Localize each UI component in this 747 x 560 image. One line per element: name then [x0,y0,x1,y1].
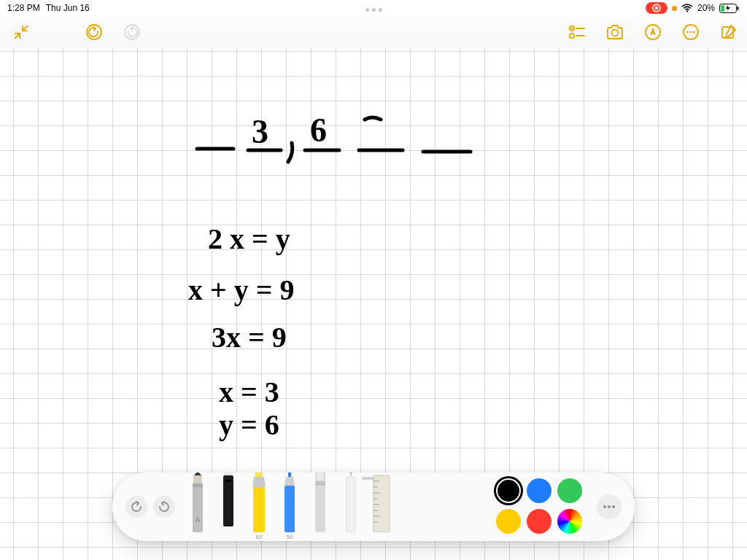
markup-button[interactable] [643,23,662,42]
svg-rect-29 [225,480,231,482]
svg-rect-4 [738,7,739,10]
svg-rect-24 [193,475,202,483]
tool-label: 50 [287,534,293,541]
color-red[interactable] [527,509,551,534]
tool-highlighter[interactable]: 82 [247,472,271,541]
drawing-palette[interactable]: A 82 [112,472,635,541]
tool-eraser[interactable] [308,472,333,541]
hw-eq3: 3x = 9 [212,321,287,354]
svg-point-10 [570,34,575,39]
redo-button[interactable] [123,23,142,42]
hw-eq5: y = 6 [219,408,279,441]
svg-point-16 [690,31,692,34]
svg-rect-36 [374,475,390,532]
hw-digit-6: 6 [310,112,327,149]
svg-point-12 [612,30,619,36]
checklist-button[interactable] [568,23,587,42]
svg-point-1 [655,7,658,9]
wifi-icon [681,4,693,12]
hw-digit-3: 3 [252,113,268,150]
status-date: Thu Jun 16 [46,3,90,13]
status-time: 1:28 PM [7,3,40,13]
svg-rect-25 [193,483,203,532]
svg-rect-5 [721,5,724,12]
svg-rect-35 [347,477,355,532]
svg-rect-26 [193,484,203,487]
palette-undo-button[interactable] [125,496,147,518]
svg-point-2 [686,10,688,12]
color-blue[interactable] [527,478,551,503]
tool-ruler[interactable] [369,472,394,541]
tool-pen[interactable] [216,472,241,541]
svg-rect-28 [223,475,233,526]
status-bar: 1:28 PM Thu Jun 16 20% [0,0,747,16]
battery-icon [719,4,740,13]
svg-rect-33 [315,481,325,532]
tool-label: 82 [256,534,263,541]
screen-record-pill[interactable] [646,2,667,14]
hw-eq4: x = 3 [219,376,279,408]
more-button[interactable] [681,23,700,42]
svg-point-47 [612,505,615,508]
palette-redo-button[interactable] [153,496,175,518]
svg-point-45 [603,505,606,508]
color-yellow[interactable] [496,509,521,534]
undo-button[interactable] [85,23,104,42]
color-picker[interactable] [557,509,582,534]
compose-button[interactable] [719,23,738,42]
color-green[interactable] [557,478,582,503]
tool-pencil[interactable]: A [185,472,210,541]
tool-lasso[interactable] [338,472,363,541]
svg-rect-31 [253,487,265,532]
svg-rect-30 [255,472,263,477]
color-grid [496,478,584,535]
svg-point-17 [693,31,695,34]
color-black[interactable] [496,478,521,503]
tool-marker[interactable]: 50 [277,472,302,541]
svg-rect-34 [315,481,325,486]
mic-indicator-dot [672,6,677,11]
battery-percent: 20% [697,3,715,13]
svg-point-46 [608,505,611,508]
svg-rect-32 [285,486,295,532]
hw-eq1: 2 x = y [208,222,290,255]
palette-more-button[interactable] [597,494,622,519]
svg-point-15 [686,31,689,34]
svg-text:A: A [196,516,200,524]
notes-toolbar: .tb-left .tb-btn:first-child svg{display… [0,16,747,49]
camera-button[interactable] [605,23,624,42]
exit-fullscreen-button[interactable] [12,23,31,42]
hw-eq2: x + y = 9 [188,273,295,306]
